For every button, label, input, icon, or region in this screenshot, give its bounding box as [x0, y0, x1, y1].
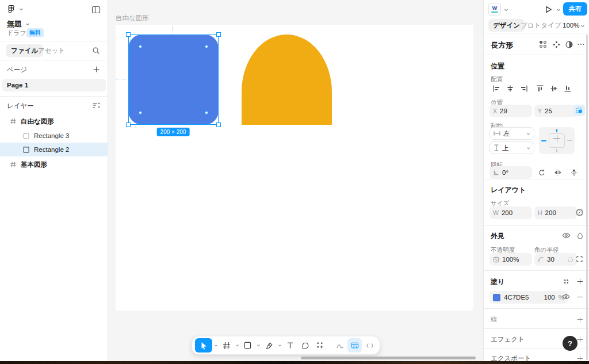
blend-droplet-icon[interactable]	[573, 229, 586, 242]
h-constraint-value: 左	[503, 129, 510, 138]
width-input-label: W	[493, 209, 499, 216]
rectangle-icon	[244, 342, 251, 349]
shape-tool-button[interactable]	[240, 338, 255, 352]
free-plan-badge[interactable]: 無料	[26, 28, 44, 37]
selection-type-title: 長方形	[491, 40, 513, 51]
layers-filter-icon[interactable]	[90, 99, 102, 112]
fill-styles-icon[interactable]	[560, 275, 572, 288]
help-button[interactable]: ?	[563, 336, 577, 351]
horizontal-scrollbar[interactable]	[301, 357, 476, 359]
figma-logo-icon	[7, 5, 16, 13]
height-input[interactable]: H 200	[534, 206, 577, 219]
align-bottom-icon[interactable]	[561, 82, 575, 95]
add-stroke-icon[interactable]	[573, 313, 586, 325]
design-mode-button[interactable]	[347, 338, 362, 352]
create-component-icon[interactable]	[550, 38, 563, 51]
constraints-cross-v	[557, 135, 557, 142]
align-top-icon[interactable]	[533, 82, 547, 95]
visibility-eye-icon[interactable]	[560, 229, 572, 242]
layers-title: レイヤー	[7, 102, 34, 110]
h-constraint-icon	[494, 131, 500, 136]
main-menu[interactable]	[7, 5, 24, 13]
layer-name: 基本図形	[21, 160, 47, 169]
rotate-90-icon[interactable]	[534, 166, 549, 179]
fill-color-row[interactable]: 4C7DE5 100 %	[489, 291, 568, 304]
component-set-icon[interactable]	[537, 38, 549, 51]
search-icon[interactable]	[90, 44, 102, 57]
align-v-center-icon[interactable]	[547, 82, 561, 95]
present-options-chevron-icon[interactable]	[556, 7, 561, 12]
pages-title: ページ	[7, 66, 27, 74]
move-tool-chevron[interactable]	[213, 338, 219, 352]
constraint-tick-right[interactable]	[567, 140, 572, 141]
tab-prototype[interactable]: プロトタイプ	[521, 19, 561, 32]
more-options-icon[interactable]	[575, 38, 587, 51]
constraints-widget[interactable]	[539, 127, 575, 154]
shape-rectangle-2[interactable]	[128, 35, 219, 125]
constraint-horizontal-select[interactable]: 左	[489, 127, 534, 140]
avatar-chevron-icon[interactable]	[504, 7, 508, 12]
add-fill-icon[interactable]	[573, 275, 586, 288]
constraint-tick-bottom[interactable]	[556, 149, 557, 152]
present-play-icon[interactable]	[542, 3, 554, 16]
comment-tool-button[interactable]	[298, 338, 312, 352]
y-input[interactable]: Y 25	[534, 105, 577, 117]
avatar-initial: W	[492, 6, 498, 11]
fill-visibility-eye-icon[interactable]	[560, 290, 572, 303]
align-left-icon[interactable]	[489, 82, 503, 95]
frame-tool-chevron[interactable]	[234, 338, 240, 352]
x-input[interactable]: X 29	[489, 105, 532, 117]
flip-horizontal-icon[interactable]	[550, 166, 565, 179]
layer-row-rect3[interactable]: Rectangle 3	[0, 129, 108, 143]
layer-row-frame1[interactable]: 自由な図形	[0, 114, 108, 128]
toggle-sidebar-icon[interactable]	[90, 3, 102, 16]
remove-fill-icon[interactable]	[573, 290, 586, 303]
tab-design[interactable]: デザイン	[488, 19, 525, 32]
fill-color-swatch[interactable]	[493, 294, 500, 301]
add-page-icon[interactable]	[90, 63, 102, 75]
move-tool-button[interactable]	[195, 338, 212, 352]
constraint-tick-top[interactable]	[556, 129, 557, 132]
actions-button[interactable]	[313, 338, 327, 352]
corner-radius-input[interactable]: 30	[534, 253, 577, 266]
frame-title[interactable]: 自由な図形	[116, 14, 149, 22]
panel-scrollbar[interactable]	[586, 35, 588, 360]
canvas[interactable]: 自由な図形 200 × 200	[108, 0, 483, 361]
constraint-tick-left[interactable]	[541, 140, 546, 141]
frame-icon	[10, 162, 16, 167]
flip-vertical-icon[interactable]	[567, 166, 582, 179]
zoom-chevron-icon[interactable]	[580, 24, 585, 28]
absolute-position-toggle[interactable]	[573, 105, 585, 116]
share-button[interactable]: 共有	[563, 2, 587, 16]
use-as-mask-icon[interactable]	[563, 38, 575, 51]
text-tool-button[interactable]	[283, 338, 297, 352]
pen-tool-button[interactable]	[262, 338, 276, 352]
layer-row-rect2-selected[interactable]: Rectangle 2	[0, 143, 108, 156]
radius-target-icon[interactable]	[567, 256, 573, 263]
shape-tool-chevron[interactable]	[255, 338, 261, 352]
align-right-icon[interactable]	[517, 82, 531, 95]
avatar[interactable]: W	[488, 3, 501, 16]
height-input-label: H	[538, 209, 542, 216]
width-input[interactable]: W 200	[489, 206, 532, 219]
align-h-center-icon[interactable]	[503, 82, 517, 95]
tab-assets[interactable]: アセット	[38, 44, 65, 57]
dev-mode-button[interactable]	[362, 338, 377, 352]
pen-icon	[265, 342, 273, 350]
constraint-vertical-select[interactable]: 上	[489, 141, 534, 154]
layer-row-frame2[interactable]: 基本図形	[0, 158, 108, 171]
rotation-input[interactable]: 0°	[489, 166, 532, 179]
draw-mode-button[interactable]	[332, 338, 347, 352]
file-name-menu[interactable]: 無題	[7, 19, 30, 29]
corner-radius-value: 30	[547, 256, 554, 263]
fill-opacity-value[interactable]: 100	[544, 294, 555, 301]
frame-tool-button[interactable]	[219, 338, 234, 352]
opacity-input[interactable]: 100%	[489, 253, 532, 266]
independent-corners-icon[interactable]	[573, 253, 585, 265]
desktop-background-strip	[0, 361, 589, 364]
pen-tool-chevron[interactable]	[277, 338, 282, 352]
page-item[interactable]: Page 1	[2, 79, 106, 91]
zoom-level[interactable]: 100%	[563, 19, 579, 32]
aspect-ratio-lock-icon[interactable]	[573, 206, 585, 218]
fill-hex-value[interactable]: 4C7DE5	[504, 294, 529, 301]
